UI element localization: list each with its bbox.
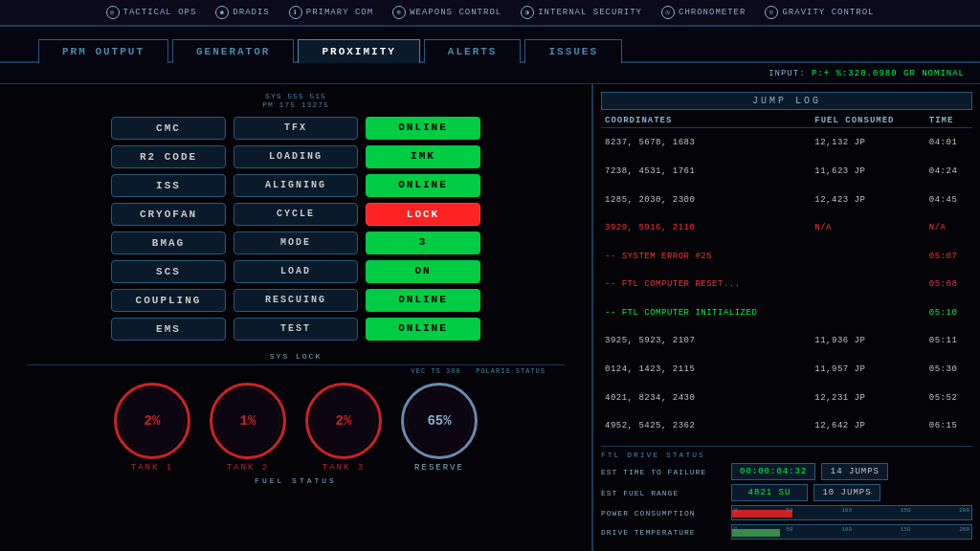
subheader-prefix: INPUT:	[768, 69, 805, 78]
sys-label-ems: EMS	[111, 318, 226, 341]
sys-status-cycle: CYCLE	[234, 203, 358, 226]
sys-status-rescuing: RESCUING	[234, 289, 358, 312]
tank-2-item: 1% TANK 2	[210, 383, 286, 473]
tab-proximity[interactable]: PROXIMITY	[298, 39, 419, 63]
sys-label-cryofan: CRYOFAN	[111, 203, 226, 226]
temp-bar-scale: 050100150200	[732, 526, 971, 533]
ftl-label-time: EST TIME TO FAILURE	[601, 468, 725, 476]
table-row: 1285, 2030, 230012,423 JP04:45	[601, 186, 972, 214]
ftl-jumps-time: 14 JUMPS	[821, 463, 888, 480]
tank-reserve-value: 65%	[427, 413, 451, 429]
nav-primary-com[interactable]: ℹ PRIMARY COM	[289, 6, 373, 19]
ftl-row-temp: DRIVE TEMPERATURE 050100150200	[601, 524, 972, 540]
col-time: TIME	[925, 114, 972, 128]
ftl-label-fuel: EST FUEL RANGE	[601, 489, 725, 497]
sys-badge-ems: ONLINE	[366, 318, 480, 341]
table-row: 0124, 1423, 211511,957 JP05:30	[601, 355, 972, 384]
nav-tactical-ops[interactable]: ◎ TACTICAL OPS	[106, 6, 197, 19]
tanks-row: 2% TANK 1 1% TANK 2 2% TANK 3 65%	[8, 383, 584, 473]
sys-status-load: LOAD	[234, 260, 358, 283]
table-row: 4952, 5425, 236212,642 JP06:15	[601, 411, 972, 440]
table-row: 7238, 4531, 176111,623 JP04:24	[601, 157, 972, 186]
nav-dradis[interactable]: ◉ DRADIS	[215, 6, 269, 19]
fuel-status-label: FUEL STATUS	[8, 476, 584, 485]
col-fuel: FUEL CONSUMED	[811, 114, 925, 128]
table-row: 8237, 5678, 168312,132 JP04:01	[601, 128, 972, 158]
tank-1-label: TANK 1	[131, 463, 173, 473]
ftl-value-fuel: 4821 SU	[731, 484, 808, 501]
sys-label-coupling: COUPLING	[111, 289, 226, 312]
ftl-status: FTL DRIVE STATUS EST TIME TO FAILURE 00:…	[601, 446, 972, 543]
sys-label-scs: SCS	[111, 260, 226, 283]
sys-badge-cmc: ONLINE	[366, 117, 480, 140]
sys-badge-r2code: IMK	[366, 145, 480, 168]
sys-badge-scs: ON	[366, 260, 480, 283]
tank-1-circle: 2%	[114, 383, 190, 459]
subheader-value: P:+ %:320.0980 GR NOMINAL	[812, 69, 965, 78]
table-row: 3925, 5923, 210711,936 JP05:11	[601, 327, 972, 356]
ftl-title: FTL DRIVE STATUS	[601, 451, 972, 459]
sys-badge-bmag: 3	[366, 231, 480, 254]
table-row: -- FTL COMPUTER INITIALIZED05:10	[601, 298, 972, 327]
tank-2-value: 1%	[240, 413, 256, 429]
power-bar: 050100150200	[731, 505, 972, 520]
sys-label-bmag: BMAG	[111, 231, 226, 254]
primary-com-icon: ℹ	[289, 6, 302, 19]
tabs-bar: PRM OUTPUT GENERATOR PROXIMITY ALERTS IS…	[0, 27, 980, 63]
sys-status-loading: LOADING	[234, 145, 358, 168]
weapons-control-icon: ⊕	[392, 6, 406, 19]
table-row: -- SYSTEM ERROR #2505:07	[601, 242, 972, 271]
col-coords: COORDINATES	[601, 114, 811, 128]
jump-log-header: JUMP LOG	[601, 92, 972, 110]
left-panel: SYS 555 515PM 175 13275 CMC TFX ONLINE R…	[0, 84, 593, 551]
ftl-row-power: POWER CONSUMPTION 050100150200	[601, 505, 972, 520]
ftl-value-time: 00:00:04:32	[731, 463, 815, 480]
table-row: -- FTL COMPUTER RESET...05:08	[601, 270, 972, 298]
subheader: INPUT: P:+ %:320.0980 GR NOMINAL	[0, 63, 980, 84]
sys-badge-cryofan: LOCK	[366, 203, 480, 226]
top-nav: ◎ TACTICAL OPS ◉ DRADIS ℹ PRIMARY COM ⊕ …	[0, 0, 980, 27]
nav-gravity-control[interactable]: ⊙ GRAVITY CONTROL	[765, 6, 874, 19]
ftl-label-power: POWER CONSUMPTION	[601, 509, 725, 518]
tab-issues[interactable]: ISSUES	[524, 39, 622, 63]
ftl-row-fuel: EST FUEL RANGE 4821 SU 10 JUMPS	[601, 484, 972, 501]
sys-badge-iss: ONLINE	[366, 174, 480, 197]
dradis-icon: ◉	[215, 6, 229, 19]
sys-lock-area: SYS LOCK VEC TS 300 POLARIS STATUS	[8, 352, 584, 375]
gravity-control-icon: ⊙	[765, 6, 778, 19]
ftl-label-temp: DRIVE TEMPERATURE	[601, 528, 725, 537]
jump-log-table: COORDINATES FUEL CONSUMED TIME 8237, 567…	[601, 114, 972, 440]
nav-chronometer[interactable]: ◷ CHRONOMETER	[661, 6, 746, 19]
sys-label-cmc: CMC	[111, 117, 226, 140]
tank-reserve-label: RESERVE	[414, 463, 464, 473]
tank-3-value: 2%	[336, 413, 352, 429]
tactical-ops-icon: ◎	[106, 6, 120, 19]
tab-prm-output[interactable]: PRM OUTPUT	[38, 39, 168, 63]
table-row: 3929, 5916, 2110N/AN/A	[601, 213, 972, 242]
small-text: VEC TS 300 POLARIS STATUS	[8, 367, 584, 375]
right-panel: JUMP LOG COORDINATES FUEL CONSUMED TIME …	[593, 84, 980, 551]
sys-status-mode: MODE	[234, 231, 358, 254]
tab-generator[interactable]: GENERATOR	[172, 39, 294, 63]
internal-security-icon: ◑	[521, 6, 534, 19]
systems-grid: CMC TFX ONLINE R2 CODE LOADING IMK ISS A…	[8, 113, 584, 344]
tank-2-label: TANK 2	[227, 463, 269, 473]
tab-alerts[interactable]: ALERTS	[424, 39, 522, 63]
tank-3-circle: 2%	[305, 383, 382, 459]
sys-status-test: TEST	[234, 318, 358, 341]
chronometer-icon: ◷	[661, 6, 675, 19]
tank-3-item: 2% TANK 3	[305, 383, 382, 473]
ftl-row-time: EST TIME TO FAILURE 00:00:04:32 14 JUMPS	[601, 463, 972, 480]
temp-bar: 050100150200	[731, 524, 972, 540]
sys-label-r2code: R2 CODE	[111, 145, 226, 168]
main-content: SYS 555 515PM 175 13275 CMC TFX ONLINE R…	[0, 84, 980, 551]
sys-status-tfx: TFX	[234, 117, 358, 140]
tank-3-label: TANK 3	[323, 463, 365, 473]
tank-reserve-item: 65% RESERVE	[401, 383, 478, 473]
tank-2-circle: 1%	[210, 383, 286, 459]
nav-internal-security[interactable]: ◑ INTERNAL SECURITY	[521, 6, 642, 19]
nav-weapons-control[interactable]: ⊕ WEAPONS CONTROL	[392, 6, 501, 19]
power-bar-scale: 050100150200	[732, 507, 971, 514]
sys-status-aligning: ALIGNING	[234, 174, 358, 197]
table-row: 4021, 8234, 243012,231 JP05:52	[601, 384, 972, 412]
